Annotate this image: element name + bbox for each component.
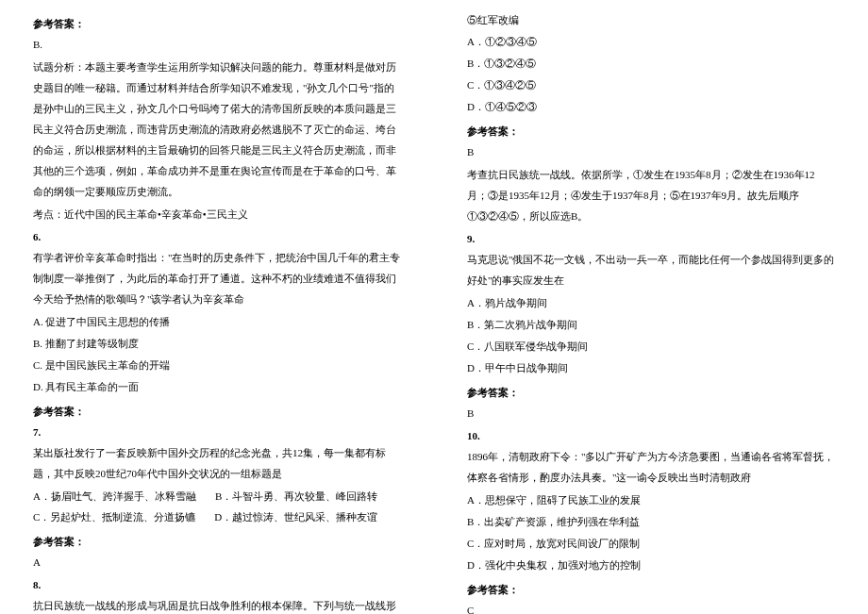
q10-option-d: D．强化中央集权，加强对地方的控制 bbox=[467, 555, 835, 575]
answer-label-10: 参考答案： bbox=[467, 579, 835, 600]
answer-label-5: 参考答案： bbox=[33, 13, 401, 34]
answer-label-6: 参考答案： bbox=[33, 401, 401, 422]
answer-10: C bbox=[467, 600, 835, 614]
question-7-stem: 某出版社发行了一套反映新中国外交历程的纪念光盘，共12集，每一集都有标题，其中反… bbox=[33, 442, 401, 484]
question-6-stem: 有学者评价辛亥革命时指出："在当时的历史条件下，把统治中国几千年的君主专制制度一… bbox=[33, 247, 401, 309]
question-8-number: 8. bbox=[33, 574, 401, 595]
answer-8: B bbox=[467, 141, 835, 162]
q10-option-b: B．出卖矿产资源，维护列强在华利益 bbox=[467, 511, 835, 532]
answer-label-9: 参考答案： bbox=[467, 382, 835, 403]
q8-option-c: C．①③④②⑤ bbox=[467, 75, 835, 95]
answer-7: A bbox=[33, 552, 401, 573]
q6-option-b: B. 推翻了封建等级制度 bbox=[33, 333, 401, 354]
answer-label-8: 参考答案： bbox=[467, 121, 835, 141]
q7-option-b: B．斗智斗勇、再次较量、峰回路转 bbox=[215, 486, 377, 506]
q9-option-d: D．甲午中日战争期间 bbox=[467, 357, 835, 378]
q9-option-c: C．八国联军侵华战争期间 bbox=[467, 336, 835, 357]
analysis-5-p1: 试题分析：本题主要考查学生运用所学知识解决问题的能力。尊重材料是做对历史题目的唯… bbox=[33, 57, 401, 202]
q10-option-c: C．应对时局，放宽对民间设厂的限制 bbox=[467, 533, 835, 554]
q8-option-b: B．①③②④⑤ bbox=[467, 53, 835, 74]
q7-option-c: C．另起炉灶、抵制逆流、分道扬镳 bbox=[33, 506, 195, 527]
q9-option-a: A．鸦片战争期间 bbox=[467, 292, 835, 313]
q6-option-c: C. 是中国民族民主革命的开端 bbox=[33, 355, 401, 375]
left-column: 参考答案： B. 试题分析：本题主要考查学生运用所学知识解决问题的能力。尊重材料… bbox=[0, 9, 434, 605]
analysis-8: 考查抗日民族统一战线。依据所学，①发生在1935年8月；②发生在1936年12月… bbox=[467, 164, 835, 226]
question-8-stem: 抗日民族统一战线的形成与巩固是抗日战争胜利的根本保障。下列与统一战线形成密切相关… bbox=[33, 595, 401, 614]
q7-options-row1: A．扬眉吐气、跨洋握手、冰释雪融 B．斗智斗勇、再次较量、峰回路转 bbox=[33, 486, 401, 506]
q8-item-5: ⑤红军改编 bbox=[467, 9, 835, 30]
analysis-5-p2: 考点：近代中国的民主革命•辛亥革命•三民主义 bbox=[33, 204, 401, 224]
q7-option-a: A．扬眉吐气、跨洋握手、冰释雪融 bbox=[33, 486, 196, 506]
question-6-number: 6. bbox=[33, 226, 401, 247]
q6-option-d: D. 具有民主革命的一面 bbox=[33, 376, 401, 397]
q8-option-d: D．①④⑤②③ bbox=[467, 96, 835, 117]
question-7-number: 7. bbox=[33, 422, 401, 442]
answer-9: B bbox=[467, 403, 835, 423]
answer-5: B. bbox=[33, 34, 401, 55]
question-9-number: 9. bbox=[467, 228, 835, 249]
q10-option-a: A．思想保守，阻碍了民族工业的发展 bbox=[467, 490, 835, 510]
q6-option-a: A. 促进了中国民主思想的传播 bbox=[33, 311, 401, 332]
q7-option-d: D．越过惊涛、世纪风采、播种友谊 bbox=[214, 506, 377, 527]
answer-label-7: 参考答案： bbox=[33, 531, 401, 552]
q8-option-a: A．①②③④⑤ bbox=[467, 31, 835, 52]
q7-options-row2: C．另起炉灶、抵制逆流、分道扬镳 D．越过惊涛、世纪风采、播种友谊 bbox=[33, 506, 401, 527]
question-10-stem: 1896年，清朝政府下令："多以广开矿产为方今济急要图，当通谕各省将军督抚，体察… bbox=[467, 446, 835, 488]
question-9-stem: 马克思说"俄国不花一文钱，不出动一兵一卒，而能比任何一个参战国得到更多的好处"的… bbox=[467, 249, 835, 290]
question-10-number: 10. bbox=[467, 425, 835, 446]
right-column: ⑤红军改编 A．①②③④⑤ B．①③②④⑤ C．①③④②⑤ D．①④⑤②③ 参考… bbox=[434, 9, 868, 605]
q9-option-b: B．第二次鸦片战争期间 bbox=[467, 314, 835, 335]
